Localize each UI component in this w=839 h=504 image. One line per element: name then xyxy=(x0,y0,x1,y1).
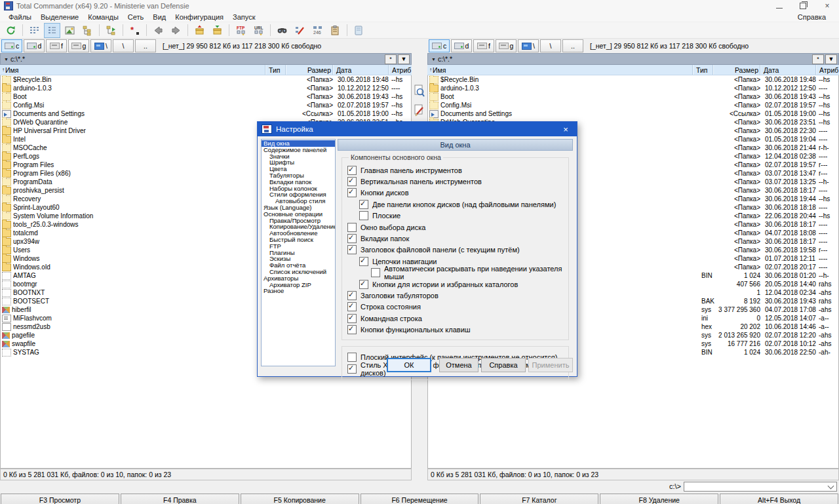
menu-item-4[interactable]: Сеть xyxy=(123,13,148,21)
cancel-button[interactable]: Отмена xyxy=(439,358,478,372)
checkbox-unchecked[interactable] xyxy=(359,211,368,220)
checkbox-checked[interactable] xyxy=(347,314,357,323)
clipboard-icon[interactable] xyxy=(327,23,343,38)
history-dropdown-button[interactable]: ▼ xyxy=(825,54,837,64)
forward-icon[interactable] xyxy=(168,23,184,38)
menu-item-2[interactable]: Выделение xyxy=(36,13,83,21)
unpack-icon[interactable] xyxy=(209,23,225,38)
file-row[interactable]: Documents and Settings<Ссылка>01.05.2018… xyxy=(428,109,838,118)
thumbnails-view-icon[interactable] xyxy=(62,23,78,38)
tree-view-icon[interactable] xyxy=(79,23,96,38)
right-drive-button-d[interactable]: d xyxy=(451,39,472,52)
checkbox-checked[interactable] xyxy=(359,280,368,289)
left-drive-button-..[interactable]: .. xyxy=(135,39,156,52)
fkey-button-f7[interactable]: F7 Каталог xyxy=(480,494,598,504)
edit-file-icon[interactable] xyxy=(414,104,425,117)
file-row[interactable]: Config.Msi<Папка>02.07.2018 19:57--hs xyxy=(428,101,838,109)
file-row[interactable]: Documents and Settings<Ссылка>01.05.2018… xyxy=(1,109,411,118)
left-column-header-name[interactable]: ↑Имя xyxy=(0,65,265,75)
right-column-header-size[interactable]: Размер xyxy=(713,65,760,75)
left-drive-button-f[interactable]: f xyxy=(46,39,67,52)
left-drive-button-c[interactable]: c xyxy=(1,39,22,52)
left-drive-button-root[interactable]: \ xyxy=(113,39,134,52)
chevron-down-icon[interactable] xyxy=(828,482,834,489)
restore-icon[interactable] xyxy=(800,3,806,9)
checkbox-checked[interactable] xyxy=(359,200,368,209)
ftp-url-icon[interactable]: URL xyxy=(250,23,267,38)
fkey-button-f6[interactable]: F6 Перемещение xyxy=(361,494,479,504)
search-icon[interactable] xyxy=(274,23,290,38)
ftp-connect-icon[interactable]: FTP xyxy=(233,23,249,38)
left-column-header-type[interactable]: Тип xyxy=(265,65,286,75)
checkbox-checked[interactable] xyxy=(347,166,357,175)
brief-view-icon[interactable] xyxy=(26,23,43,38)
checkbox-unchecked[interactable] xyxy=(347,223,357,232)
view-file-icon[interactable] xyxy=(414,85,425,98)
checkbox-checked[interactable] xyxy=(347,325,357,334)
left-column-header-size[interactable]: Размер xyxy=(286,65,333,75)
right-drive-button-root[interactable]: \ xyxy=(540,39,561,52)
left-drive-button-g[interactable]: g xyxy=(68,39,89,52)
tree-item[interactable]: Разное xyxy=(262,288,335,294)
favorites-star-button[interactable]: * xyxy=(812,54,824,64)
checkbox-checked[interactable] xyxy=(347,291,357,300)
ok-button[interactable]: ОК xyxy=(387,358,431,372)
left-drive-button-d[interactable]: d xyxy=(24,39,45,52)
favorites-star-button[interactable]: * xyxy=(385,54,397,64)
right-drive-button-c[interactable]: c xyxy=(429,39,450,52)
dialog-titlebar[interactable]: Настройка × xyxy=(258,122,577,136)
file-row[interactable]: arduino-1.0.3<Папка>10.12.2012 12:50---- xyxy=(428,84,838,92)
fkey-button-f8[interactable]: F8 Удаление xyxy=(600,494,718,504)
menu-item-7[interactable]: Запуск xyxy=(228,13,260,21)
file-row[interactable]: Config.Msi<Папка>02.07.2018 19:57--hs xyxy=(1,101,411,109)
menu-item-6[interactable]: Конфигурация xyxy=(170,13,228,21)
back-icon[interactable] xyxy=(150,23,166,38)
menu-item-1[interactable]: Файлы xyxy=(4,13,36,21)
dir-tree-icon[interactable] xyxy=(103,23,119,38)
right-column-header-name[interactable]: ↑Имя xyxy=(427,65,693,75)
checkbox-checked[interactable] xyxy=(359,257,368,266)
left-path-bar[interactable]: ▼c:\*.**▼ xyxy=(0,53,412,65)
sync-dirs-icon[interactable]: 246 xyxy=(309,23,326,38)
file-row[interactable]: $Recycle.Bin<Папка>30.06.2018 19:48--hs xyxy=(428,75,838,84)
checkbox-checked[interactable] xyxy=(347,234,357,243)
right-drive-button-net[interactable]: \ xyxy=(518,39,539,52)
checkbox-checked[interactable] xyxy=(347,302,357,311)
notepad-icon[interactable] xyxy=(351,23,367,38)
custom-view-icon[interactable]: * xyxy=(127,23,143,38)
close-icon[interactable]: × xyxy=(823,2,831,10)
file-row[interactable]: arduino-1.0.3<Папка>10.12.2012 12:50---- xyxy=(1,84,411,92)
left-drive-button-net[interactable]: \ xyxy=(90,39,111,52)
right-drive-button-..[interactable]: .. xyxy=(562,39,583,52)
full-view-icon[interactable] xyxy=(44,23,60,38)
right-column-header-type[interactable]: Тип xyxy=(693,65,713,75)
right-path-bar[interactable]: ▼c:\*.**▼ xyxy=(427,53,839,65)
command-line-input[interactable] xyxy=(684,483,829,490)
fkey-button-f3[interactable]: F3 Просмотр xyxy=(1,494,119,504)
right-column-header-attr[interactable]: Атриб xyxy=(816,65,839,75)
fkey-button-f4[interactable]: F4 Правка xyxy=(121,494,239,504)
menu-item-3[interactable]: Команды xyxy=(83,13,123,21)
dialog-close-icon[interactable]: × xyxy=(555,122,577,136)
fkey-button-f5[interactable]: F5 Копирование xyxy=(241,494,359,504)
checkbox-checked[interactable] xyxy=(347,177,357,186)
menu-item-5[interactable]: Вид xyxy=(148,13,170,21)
minimize-icon[interactable] xyxy=(776,4,783,9)
pack-icon[interactable] xyxy=(191,23,208,38)
left-column-header-attr[interactable]: Атриб xyxy=(389,65,412,75)
fkey-button-f9[interactable]: Alt+F4 Выход xyxy=(720,494,838,504)
history-dropdown-button[interactable]: ▼ xyxy=(398,54,410,64)
multi-rename-icon[interactable] xyxy=(292,23,308,38)
checkbox-checked[interactable] xyxy=(347,188,357,197)
refresh-icon[interactable] xyxy=(3,23,19,38)
right-drive-button-f[interactable]: f xyxy=(473,39,494,52)
right-drive-button-g[interactable]: g xyxy=(496,39,517,52)
left-column-header-date[interactable]: Дата xyxy=(333,65,389,75)
file-row[interactable]: $Recycle.Bin<Папка>30.06.2018 19:48--hs xyxy=(1,75,411,84)
checkbox-checked[interactable] xyxy=(347,245,357,254)
menu-item-help[interactable]: Справка xyxy=(793,13,835,21)
file-row[interactable]: Boot<Папка>30.06.2018 19:43--hs xyxy=(428,92,838,101)
help-button[interactable]: Справка xyxy=(481,358,526,372)
file-row[interactable]: Boot<Папка>30.06.2018 19:43--hs xyxy=(1,92,411,101)
checkbox-unchecked[interactable] xyxy=(371,268,380,277)
